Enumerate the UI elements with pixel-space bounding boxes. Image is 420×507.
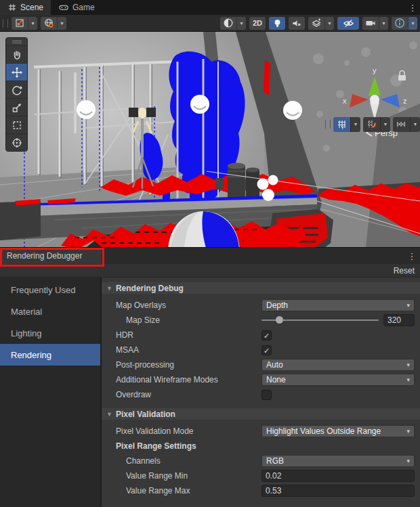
scene-toolbar-right: ▾ 2D <box>220 17 417 30</box>
debugger-content: ▼ Rendering Debug Map Overlays Depth ▾ M… <box>102 278 420 507</box>
gizmos-info-button[interactable]: ▾ <box>392 17 417 30</box>
post-processing-label: Post-processing <box>116 360 261 370</box>
tab-scene[interactable]: Scene <box>0 0 51 15</box>
slider-handle[interactable] <box>276 316 283 324</box>
sidebar-item-lighting[interactable]: Lighting <box>0 322 100 344</box>
hand-tool-button[interactable] <box>6 45 27 63</box>
draw-mode-dropdown-arrow[interactable]: ▾ <box>236 17 246 30</box>
grid-fade-dropdown-arrow[interactable]: ▾ <box>410 117 420 132</box>
handle-orientation-dropdown-arrow[interactable]: ▾ <box>57 17 66 30</box>
section-header-pixel-validation[interactable]: ▼ Pixel Validation <box>102 408 420 420</box>
handle-orientation-button[interactable]: ▾ <box>41 17 66 30</box>
row-map-overlays: Map Overlays Depth ▾ <box>102 298 420 313</box>
foldout-triangle-icon: ▼ <box>106 411 112 418</box>
rect-tool-icon <box>12 120 22 131</box>
row-map-size: Map Size <box>102 313 420 328</box>
tab-game[interactable]: Game <box>51 0 102 15</box>
debugger-menu-icon[interactable]: ⋮ <box>404 248 420 264</box>
effects-button[interactable]: ▾ <box>308 17 334 30</box>
scene-visibility-button[interactable] <box>337 17 359 30</box>
transform-icon <box>12 137 22 148</box>
draw-mode-button[interactable]: ▾ <box>220 17 246 30</box>
overdraw-label: Overdraw <box>116 390 261 399</box>
msaa-checkbox[interactable]: ✓ <box>261 345 272 355</box>
tool-settings-button[interactable]: ▾ <box>12 17 37 30</box>
row-pixel-range-settings: Pixel Range Settings <box>102 439 420 454</box>
row-overdraw: Overdraw <box>102 387 420 402</box>
move-icon <box>12 67 22 78</box>
dropdown-arrow-icon: ▾ <box>406 458 410 464</box>
scene-lighting-button[interactable] <box>269 17 285 30</box>
scene-viewport[interactable]: y x z Persp <box>0 32 420 247</box>
svg-text:Y: Y <box>341 125 345 130</box>
map-overlays-value: Depth <box>266 301 288 310</box>
post-processing-dropdown[interactable]: Auto ▾ <box>261 359 415 371</box>
scale-tool-button[interactable] <box>6 98 27 116</box>
pixel-validation-mode-dropdown[interactable]: Highlight Values Outside Range ▾ <box>261 425 415 437</box>
effects-icon <box>308 17 324 30</box>
gamepad-icon <box>58 3 69 12</box>
eye-off-icon <box>343 18 354 28</box>
grid-toolbar-drag-handle[interactable] <box>325 120 331 129</box>
rotate-icon <box>12 85 22 95</box>
additional-wireframe-label: Additional Wireframe Modes <box>116 375 261 384</box>
row-channels: Channels RGB ▾ <box>102 454 420 468</box>
grid-plane-dropdown-arrow[interactable]: ▾ <box>350 117 360 132</box>
scale-icon <box>12 102 22 113</box>
palette-drag-handle[interactable] <box>6 38 27 45</box>
effects-dropdown-arrow[interactable]: ▾ <box>324 17 334 30</box>
map-overlays-label: Map Overlays <box>116 301 261 310</box>
move-tool-button[interactable] <box>6 63 27 81</box>
grid-fade-button[interactable]: ▾ <box>393 117 420 132</box>
hdr-label: HDR <box>116 330 261 340</box>
toolbar-drag-handle[interactable] <box>3 19 8 28</box>
row-pixel-validation-mode: Pixel Validation Mode Highlight Values O… <box>102 424 420 439</box>
dropdown-arrow-icon: ▾ <box>406 302 410 309</box>
sidebar-item-rendering[interactable]: Rendering <box>0 344 100 366</box>
map-size-slider[interactable] <box>261 314 379 326</box>
channels-dropdown[interactable]: RGB ▾ <box>261 455 415 467</box>
channels-value: RGB <box>266 456 284 466</box>
additional-wireframe-dropdown[interactable]: None ▾ <box>261 374 415 386</box>
pixel-range-settings-label: Pixel Range Settings <box>116 441 261 451</box>
additional-wireframe-value: None <box>266 375 286 384</box>
map-overlays-dropdown[interactable]: Depth ▾ <box>261 299 415 311</box>
hdr-checkbox[interactable]: ✓ <box>261 330 272 340</box>
pixel-validation-mode-label: Pixel Validation Mode <box>116 426 261 436</box>
gizmos-dropdown-arrow[interactable]: ▾ <box>408 17 417 30</box>
map-size-field[interactable] <box>383 314 415 326</box>
rect-tool-button[interactable] <box>6 116 27 133</box>
lightbulb-icon <box>272 18 282 28</box>
row-hdr: HDR ✓ <box>102 328 420 343</box>
axis-z-label: z <box>403 97 407 105</box>
unity-editor-window: Scene Game ⋮ ▾ <box>0 0 420 507</box>
scene-window-menu-icon[interactable]: ⋮ <box>405 0 420 15</box>
2d-toggle-button[interactable]: 2D <box>249 17 266 30</box>
rendering-debugger-tab[interactable]: Rendering Debugger <box>0 248 102 264</box>
sidebar-item-frequently-used[interactable]: Frequently Used <box>0 279 100 301</box>
shaded-sphere-icon <box>220 17 236 30</box>
camera-settings-button[interactable]: ▾ <box>362 17 388 30</box>
tool-settings-dropdown-arrow[interactable]: ▾ <box>28 17 37 30</box>
overdraw-checkbox[interactable] <box>261 390 272 400</box>
audio-mute-button[interactable] <box>289 17 305 30</box>
row-value-range-min: Value Range Min <box>102 468 420 483</box>
grid-snap-dropdown-arrow[interactable]: ▾ <box>380 117 390 132</box>
grid-plane-button[interactable]: Y ▾ <box>333 117 360 132</box>
msaa-label: MSAA <box>116 345 261 355</box>
transform-tool-button[interactable] <box>6 133 27 151</box>
dropdown-arrow-icon: ▾ <box>406 428 410 435</box>
snap-grid-icon <box>363 117 380 132</box>
reset-button[interactable]: Reset <box>394 266 415 275</box>
value-range-min-field[interactable] <box>261 470 415 482</box>
tool-palette <box>5 37 28 152</box>
grid-snap-button[interactable]: ▾ <box>363 117 390 132</box>
channels-label: Channels <box>116 456 261 466</box>
rotate-tool-button[interactable] <box>6 81 27 98</box>
camera-dropdown-arrow[interactable]: ▾ <box>379 17 388 30</box>
pivot-icon <box>12 17 28 30</box>
section-header-rendering-debug[interactable]: ▼ Rendering Debug <box>102 282 420 294</box>
sidebar-item-material[interactable]: Material <box>0 301 100 322</box>
value-range-max-field[interactable] <box>261 485 415 497</box>
map-size-label: Map Size <box>116 315 261 325</box>
